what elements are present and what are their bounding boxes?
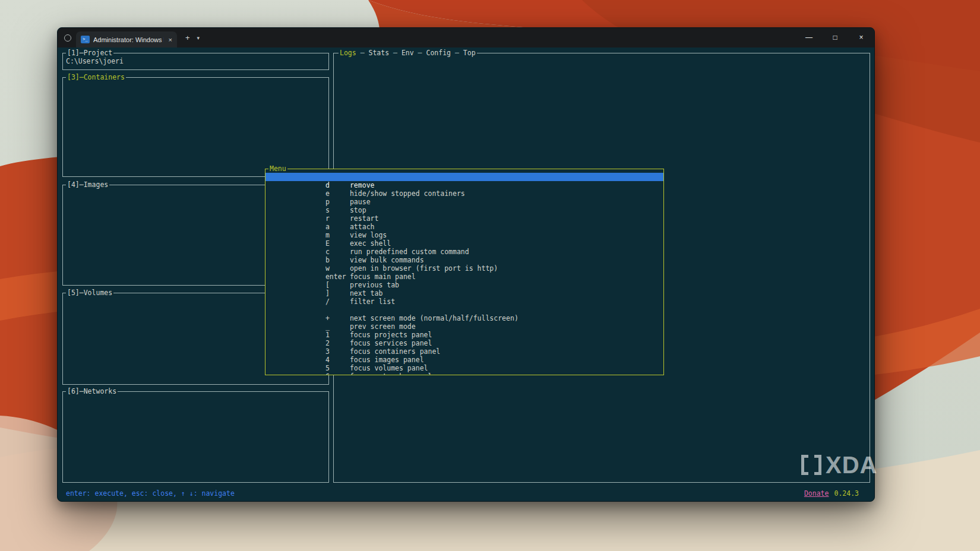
- menu-item-label: attach: [350, 223, 375, 231]
- menu-list: dremove ehide/show stopped containers pp…: [265, 169, 663, 375]
- tab-title: Administrator: Windows Pow: [93, 36, 164, 43]
- menu-item-key: 3: [325, 347, 350, 356]
- container-row[interactable]: exited (0)opennotebook-open_notebook-10.…: [66, 115, 328, 123]
- menu-popup: Menu dremove ehide/show stopped containe…: [265, 169, 664, 375]
- menu-item-key: 1: [325, 331, 350, 339]
- menu-item-label: pause: [350, 198, 371, 206]
- menu-item-key: m: [325, 231, 350, 239]
- menu-item-label: focus volumes panel: [350, 364, 428, 372]
- menu-item-label: next tab: [350, 289, 382, 297]
- menu-item-key: r: [325, 214, 350, 223]
- menu-item-label: previous tab: [350, 281, 399, 289]
- menu-item-key: e: [325, 189, 350, 198]
- donate-link[interactable]: Donate: [804, 489, 829, 498]
- network-row[interactable]: nullnone: [66, 420, 328, 429]
- terminal-badge-icon: [64, 34, 71, 42]
- networks-panel[interactable]: [6]─Networks bridgebridge bridgedockpeek…: [62, 391, 329, 483]
- menu-item-label: focus services panel: [350, 339, 432, 347]
- menu-item-label: remove: [350, 181, 375, 189]
- menu-item-key: ]: [325, 289, 350, 297]
- status-bar: enter: execute, esc: close, ↑ ↓: navigat…: [66, 489, 859, 498]
- menu-item-label: view bulk commands: [350, 256, 424, 264]
- project-panel[interactable]: [1]─Project C:\Users\joeri: [62, 53, 329, 70]
- network-row[interactable]: hosthost: [66, 412, 328, 420]
- tab-close-icon[interactable]: ×: [167, 36, 173, 43]
- menu-item-label: hide/show stopped containers: [350, 189, 465, 198]
- xda-logo-icon: [801, 455, 821, 475]
- menu-item-key: 2: [325, 339, 350, 347]
- menu-item-key: E: [325, 239, 350, 248]
- project-path[interactable]: C:\Users\joeri: [66, 57, 328, 65]
- new-tab-button[interactable]: +: [185, 33, 190, 42]
- network-row[interactable]: bridgebridge: [66, 395, 328, 404]
- menu-item-key: +: [325, 314, 350, 322]
- network-row[interactable]: bridgeopennotebook_default: [66, 429, 328, 437]
- powershell-icon: >_: [81, 36, 90, 43]
- menu-item-label: focus networks panel: [350, 372, 432, 375]
- container-row[interactable]: exited (137)stupefied_swartz0.00%: [66, 131, 328, 140]
- container-row[interactable]: exited (255)windows0.00%: [66, 148, 328, 156]
- menu-item-label: focus main panel: [350, 273, 416, 281]
- menu-item-key: d: [325, 181, 350, 189]
- keybinding-hints: enter: execute, esc: close, ↑ ↓: navigat…: [66, 489, 235, 498]
- menu-item-label: exec shell: [350, 239, 391, 248]
- menu-item-key: 6: [325, 372, 350, 375]
- menu-item-key: /: [325, 297, 350, 306]
- version-label: 0.24.3: [834, 489, 859, 498]
- menu-item-key: w: [325, 264, 350, 273]
- menu-item-key: _: [325, 322, 350, 331]
- container-row[interactable]: exited (0)opennotebook-surrealdb-10.00%: [66, 123, 328, 131]
- menu-item-label: prev screen mode: [350, 322, 416, 331]
- network-row[interactable]: bridgewindowsdockur_default: [66, 437, 328, 445]
- minimize-button[interactable]: —: [796, 28, 822, 48]
- menu-item-label: next screen mode (normal/half/fullscreen…: [350, 314, 519, 322]
- menu-item-key: a: [325, 223, 350, 231]
- container-row[interactable]: exited (255)infiscal0.00%: [66, 98, 328, 106]
- menu-item-label: run predefined custom command: [350, 248, 469, 256]
- menu-item-key: 4: [325, 356, 350, 364]
- container-row[interactable]: exited (0)modest_kare0.00%: [66, 106, 328, 115]
- menu-item-label: restart: [350, 214, 378, 223]
- container-row[interactable]: exited (0)epic_curie0.00%: [66, 90, 328, 98]
- container-row[interactable]: exited (0)upbeat_goodall0.00%: [66, 140, 328, 148]
- menu-item-label: stop: [350, 206, 366, 214]
- menu-item-key: enter: [325, 273, 350, 281]
- menu-item-label: open in browser (first port is http): [350, 264, 498, 273]
- containers-panel[interactable]: [3]─Containers running (healthy)dockpeek…: [62, 77, 329, 177]
- terminal-tab[interactable]: >_ Administrator: Windows Pow ×: [76, 31, 177, 48]
- title-bar: >_ Administrator: Windows Pow × + ▾ — □ …: [58, 28, 874, 48]
- tab-list-chevron-icon[interactable]: ▾: [197, 35, 200, 41]
- menu-item-label: focus containers panel: [350, 347, 440, 356]
- networks-list: bridgebridge bridgedockpeek_default host…: [63, 392, 328, 482]
- container-row[interactable]: running (healthy)dockpeek0.00%3420->8000…: [66, 81, 328, 90]
- menu-item-key: c: [325, 248, 350, 256]
- terminal-content: [1]─Project C:\Users\joeri [3]─Container…: [58, 48, 874, 501]
- menu-item-label: focus images panel: [350, 356, 424, 364]
- menu-item-key: [: [325, 281, 350, 289]
- menu-item-key: s: [325, 206, 350, 214]
- desktop: >_ Administrator: Windows Pow × + ▾ — □ …: [0, 0, 980, 551]
- maximize-button[interactable]: □: [822, 28, 848, 48]
- menu-item-label: filter list: [350, 297, 395, 306]
- menu-item-label: view logs: [350, 231, 387, 239]
- close-button[interactable]: ×: [848, 28, 874, 48]
- network-row[interactable]: bridgedockpeek_default: [66, 404, 328, 412]
- terminal-window: >_ Administrator: Windows Pow × + ▾ — □ …: [57, 27, 875, 502]
- containers-list: running (healthy)dockpeek0.00%3420->8000…: [63, 78, 328, 176]
- xda-watermark: XDA: [801, 455, 877, 475]
- menu-item-key: b: [325, 256, 350, 264]
- menu-item[interactable]: dremove: [265, 173, 663, 181]
- menu-item-key: p: [325, 198, 350, 206]
- xda-logo-text: XDA: [826, 455, 877, 475]
- menu-item-label: focus projects panel: [350, 331, 432, 339]
- menu-item-key: 5: [325, 364, 350, 372]
